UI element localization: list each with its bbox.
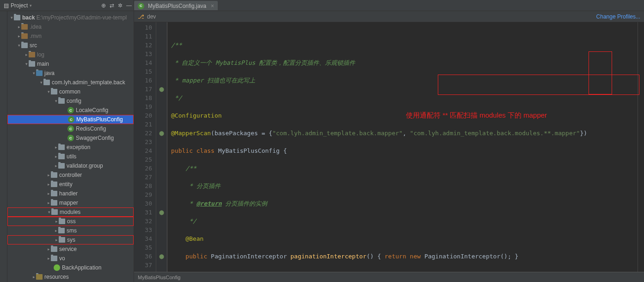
gear-icon[interactable]: ✲ [118,2,123,9]
expand-icon[interactable]: ⇄ [110,2,114,9]
code-editor[interactable]: 1011121314151617181920212223242526272829… [134,22,644,272]
project-label: Project [11,2,28,9]
resources-icon [36,274,43,280]
tree-entity[interactable]: ▸entity [7,180,134,189]
package-icon [58,154,65,159]
tree-java[interactable]: ▾java [7,69,134,78]
breadcrumb-bar: ⎇ dev Change Profiles... [134,11,644,22]
tree-label: sms [67,227,77,234]
tree-swagger[interactable]: SwaggerConfig [7,133,134,143]
target-icon[interactable]: ⊕ [101,2,106,9]
package-icon [51,246,57,252]
tree-sms[interactable]: ▸sms [7,226,134,235]
class-icon [67,125,74,132]
tree-utils[interactable]: ▸utils [7,152,134,161]
tree-label: java [44,70,55,76]
tree-label: validator.group [67,163,103,169]
package-icon [51,209,58,215]
tree-oss[interactable]: ▸oss [7,217,134,226]
tree-main[interactable]: ▾main [7,59,134,69]
tab-mybatisplusconfig[interactable]: MyBatisPlusConfig.java × [134,1,218,10]
tree-pkg[interactable]: ▾com.lyh.admin_template.back [7,78,134,87]
tree-mvn[interactable]: ▸.mvn [7,31,134,41]
tree-label: BackApplication [62,264,101,271]
folder-icon [29,61,35,67]
tree-controller[interactable]: ▸controller [7,170,134,180]
tree-service[interactable]: ▸service [7,244,134,254]
tree-mapper[interactable]: ▸mapper [7,198,134,207]
root-path: E:\myProject\myGit\admin-vue-templ [37,14,127,21]
package-icon [51,182,57,187]
tree-config[interactable]: ▾config [7,96,134,106]
gutter-marks: ⬤⬤⬤⬤ [156,22,167,272]
package-icon [58,228,65,233]
tree-handler[interactable]: ▸handler [7,189,134,198]
package-icon [58,144,65,150]
line-numbers: 1011121314151617181920212223242526272829… [134,22,156,272]
tree-label: mapper [59,200,78,206]
tree-label: vo [59,255,65,262]
status-bar: MyBatisPlusConfig [134,272,644,282]
tree-label: config [67,98,81,104]
tree-vo[interactable]: ▸vo [7,254,134,263]
tree-label: entity [59,181,73,188]
tree-resources[interactable]: ▸resources [7,272,134,282]
package-icon [51,256,57,261]
tree-label: service [59,246,77,252]
tree-label: src [30,42,37,49]
class-icon [68,116,74,123]
class-icon [138,3,144,9]
spring-boot-icon [54,264,60,271]
class-icon [67,107,74,113]
tree-root[interactable]: ▾back E:\myProject\myGit\admin-vue-templ [7,13,134,22]
project-toolbar-icons: ⊕ ⇄ ✲ — [101,2,132,9]
package-icon [58,163,65,169]
folder-icon [21,33,28,39]
change-profiles-link[interactable]: Change Profiles... [596,13,640,20]
tree-exception[interactable]: ▸exception [7,143,134,152]
tree-redis[interactable]: RedisConfig [7,124,134,133]
tree-backapp[interactable]: BackApplication [7,263,134,272]
tree-label: com.lyh.admin_template.back [52,79,125,86]
folder-icon [36,70,43,76]
tree-common[interactable]: ▾common [7,87,134,96]
tree-label: SwaggerConfig [76,135,114,141]
tree-idea[interactable]: ▸.idea [7,22,134,31]
class-icon [67,135,74,141]
project-tree[interactable]: ▾back E:\myProject\myGit\admin-vue-templ… [7,11,134,282]
code-content[interactable]: /** * 自定义一个 MybatisPlus 配置类，配置分页插件、乐观锁插件… [167,22,638,272]
highlight-box-wildcard [589,51,612,94]
tree-log[interactable]: ▸log [7,50,134,59]
tree-label: .idea [30,24,42,30]
project-tree-panel: ▾back E:\myProject\myGit\admin-vue-templ… [7,11,134,282]
package-icon [51,191,57,196]
folder-icon [29,52,35,57]
editor-minimap[interactable] [638,22,644,272]
tree-locale[interactable]: LocaleConfig [7,106,134,115]
tree-src[interactable]: ▾src [7,41,134,50]
project-title[interactable]: ▤ Project ▾ [2,2,32,9]
editor-pane: ⎇ dev Change Profiles... 101112131415161… [134,11,644,282]
close-tab-icon[interactable]: × [211,3,214,9]
branch-name[interactable]: dev [147,13,156,20]
git-branch-icon: ⎇ [138,13,144,20]
minimize-icon[interactable]: — [126,2,132,9]
package-icon [51,200,57,206]
package-icon [51,172,57,178]
folder-icon [21,24,28,30]
package-icon [58,98,65,104]
status-class-name[interactable]: MyBatisPlusConfig [138,275,180,280]
module-icon [14,15,20,20]
tree-label: oss [67,218,76,225]
tree-validator[interactable]: ▸validator.group [7,161,134,170]
tree-mybatis-selected[interactable]: MyBatisPlusConfig [7,115,134,124]
tree-modules[interactable]: ▾modules [7,207,134,217]
root-name: back [22,14,35,21]
folder-icon [21,43,28,48]
package-icon [51,89,57,94]
tree-label: handler [59,190,78,197]
tree-label: .mvn [30,33,42,39]
tree-sys[interactable]: ▸sys [7,235,134,244]
tree-label: RedisConfig [76,125,106,132]
tree-label: LocaleConfig [76,107,108,113]
